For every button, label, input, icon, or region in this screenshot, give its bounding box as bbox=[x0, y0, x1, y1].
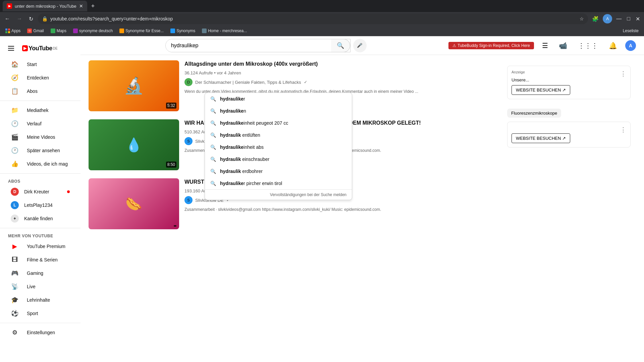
nav-back-btn[interactable]: ← bbox=[3, 14, 12, 23]
autocomplete-item-5[interactable]: 🔍 hydraulik einschrauber bbox=[205, 153, 352, 165]
autocomplete-item-1[interactable]: 🔍 hydrauliken bbox=[205, 105, 352, 117]
bookmark-synonyme[interactable]: synonyme deutsch bbox=[70, 27, 115, 35]
autocomplete-footer[interactable]: Vervollständigungen bei der Suche melden bbox=[205, 189, 352, 200]
ad-more-btn-1[interactable]: ⋮ bbox=[620, 70, 626, 77]
sidebar-nav-verlauf[interactable]: 🕐 Verlauf bbox=[3, 117, 78, 130]
website-visit-btn-2[interactable]: WEBSITE BESUCHEN ↗ bbox=[512, 133, 570, 143]
sport-icon: ⚽ bbox=[11, 309, 19, 317]
grid-apps-btn[interactable]: ⋮⋮⋮ bbox=[575, 39, 601, 52]
video-title-1[interactable]: Alltagsdinge unter dem Mikroskop (400x v… bbox=[184, 60, 494, 68]
sidebar-nav-mag[interactable]: 👍 Videos, die ich mag bbox=[3, 157, 78, 171]
close-window-btn[interactable]: ✕ bbox=[634, 14, 641, 23]
autocomplete-item-4[interactable]: 🔍 hydraulikeinheit abs bbox=[205, 141, 352, 153]
autocomplete-item-2[interactable]: 🔍 hydraulikeinheit peugeot 207 cc bbox=[205, 117, 352, 129]
bookmark-synonyme2[interactable]: Synonyme für Esse... bbox=[117, 27, 166, 35]
bookmark-icon[interactable]: ☆ bbox=[580, 16, 584, 21]
channel-avatar-2: S bbox=[184, 137, 193, 145]
active-tab[interactable]: ▶ unter dem mikroskop - YouTube ✕ bbox=[3, 1, 87, 11]
gmail-label: Gmail bbox=[33, 28, 44, 33]
extensions-btn[interactable]: 🧩 bbox=[591, 14, 600, 23]
bookmark-apps[interactable]: Apps bbox=[3, 27, 23, 35]
video-thumbnail-2[interactable]: 💧 8:50 bbox=[89, 119, 179, 170]
autocomplete-dropdown: 🔍 hydrauliker 🔍 hydrauliken 🔍 hydraulike… bbox=[205, 93, 352, 200]
sidebar-nav-mediathek[interactable]: 📁 Mediathek bbox=[3, 104, 78, 117]
channel-letsplay[interactable]: L LetsPlay1234 bbox=[3, 198, 78, 212]
sidebar-nav-lehrinhalte[interactable]: 🎓 Lehrinhalte bbox=[3, 293, 78, 307]
address-bar[interactable]: 🔒 youtube.com/results?search_query=unter… bbox=[38, 13, 588, 24]
yt-logo[interactable]: ▶ YouTube DE bbox=[22, 45, 58, 52]
sidebar-nav-start[interactable]: 🏠 Start bbox=[3, 58, 78, 71]
video-thumbnail-3[interactable]: 🌭 bbox=[89, 178, 179, 229]
verlauf-label: Verlauf bbox=[27, 121, 42, 126]
mehr-section-title: MEHR VON YOUTUBE bbox=[0, 231, 80, 240]
minimize-btn[interactable]: — bbox=[615, 14, 623, 23]
yt-logo-icon: ▶ bbox=[22, 45, 28, 51]
autocomplete-search-icon-1: 🔍 bbox=[210, 108, 216, 114]
sidebar-nav-filme[interactable]: 🎞 Filme & Serien bbox=[3, 253, 78, 266]
autocomplete-item-6[interactable]: 🔍 hydraulik erdbohrer bbox=[205, 165, 352, 177]
add-channel[interactable]: + Kanäle finden bbox=[3, 212, 78, 225]
mag-label: Videos, die ich mag bbox=[27, 161, 68, 167]
filter-chip-fluoreszenz[interactable]: Fluoreszenzmikroskope bbox=[507, 109, 561, 118]
sidebar-nav-spaeter[interactable]: 🕐 Später ansehen bbox=[3, 144, 78, 157]
maximize-btn[interactable]: □ bbox=[626, 14, 632, 23]
verified-badge-1: ✓ bbox=[304, 80, 307, 84]
website-visit-btn-1[interactable]: WEBSITE BESUCHEN ↗ bbox=[512, 85, 570, 95]
search-button[interactable]: 🔍 bbox=[331, 39, 350, 52]
user-profile-btn[interactable]: A bbox=[603, 14, 612, 23]
video-camera-btn[interactable]: 📹 bbox=[556, 39, 570, 52]
ad-card-header-1: Anzeige ⋮ bbox=[512, 70, 626, 77]
list-view-btn[interactable]: ☰ bbox=[539, 39, 551, 52]
sidebar-nav-live[interactable]: 📡 Live bbox=[3, 280, 78, 293]
entdecken-icon: 🧭 bbox=[11, 74, 19, 82]
autocomplete-text-5: hydraulik einschrauber bbox=[220, 157, 346, 162]
sidebar-nav-gaming[interactable]: 🎮 Gaming bbox=[3, 266, 78, 280]
sidebar-nav-meine-videos[interactable]: 🎬 Meine Videos bbox=[3, 130, 78, 144]
sidebar-divider-1 bbox=[0, 101, 80, 101]
filme-label: Filme & Serien bbox=[27, 257, 58, 262]
dirk-name: Dirk Kreuter bbox=[24, 189, 49, 194]
nav-forward-btn[interactable]: → bbox=[15, 14, 24, 23]
bookmark-synonyms-en[interactable]: Synonyms bbox=[168, 27, 198, 35]
channel-name-1[interactable]: Der Schlaumacher | Geniale Fakten, Tipps… bbox=[195, 80, 301, 85]
yt-locale: DE bbox=[53, 47, 58, 50]
search-input[interactable] bbox=[166, 39, 331, 52]
user-avatar[interactable]: A bbox=[625, 40, 636, 51]
sidebar-nav-abos[interactable]: 📋 Abos bbox=[3, 84, 78, 98]
autocomplete-item-3[interactable]: 🔍 hydraulik entlüften bbox=[205, 129, 352, 141]
tab-close-btn[interactable]: ✕ bbox=[79, 3, 83, 9]
synonyme-label: synonyme deutsch bbox=[79, 28, 113, 33]
notifications-btn[interactable]: 🔔 bbox=[606, 39, 620, 52]
bookmark-gmail[interactable]: G Gmail bbox=[24, 27, 46, 35]
entdecken-label: Entdecken bbox=[27, 75, 49, 80]
nav-reload-btn[interactable]: ↻ bbox=[27, 14, 35, 23]
bookmark-maps[interactable]: Maps bbox=[48, 27, 69, 35]
abos-icon: 📋 bbox=[11, 87, 19, 95]
video-thumbnail-1[interactable]: 🔬 5:32 bbox=[89, 60, 179, 111]
autocomplete-item-7[interactable]: 🔍 hydrauliker pircher erwin tirol bbox=[205, 177, 352, 189]
ad-more-btn-2[interactable]: ⋮ bbox=[620, 126, 626, 133]
new-tab-btn[interactable]: + bbox=[89, 3, 98, 10]
dirk-avatar: D bbox=[11, 188, 19, 196]
autocomplete-text-7: hydrauliker pircher erwin tirol bbox=[220, 181, 346, 186]
reading-list-label[interactable]: Leseliste bbox=[620, 27, 641, 35]
bookmark-home-merch[interactable]: Home - merchresea... bbox=[199, 27, 250, 35]
mediathek-icon: 📁 bbox=[11, 106, 19, 114]
mic-button[interactable]: 🎤 bbox=[353, 39, 367, 52]
ad-description-1: Unsere... bbox=[512, 77, 626, 82]
sidebar-nav-einstellungen[interactable]: ⚙ Einstellungen bbox=[3, 326, 78, 339]
home-merch-label: Home - merchresea... bbox=[208, 28, 247, 33]
autocomplete-item-0[interactable]: 🔍 hydrauliker bbox=[205, 93, 352, 105]
tubebuddy-bar[interactable]: ⚠ TubeBuddy Sign-in Required, Click Here bbox=[448, 42, 534, 49]
thumbnail-content-1: 🔬 bbox=[89, 60, 179, 111]
browser-controls: ← → ↻ 🔒 youtube.com/results?search_query… bbox=[0, 12, 644, 25]
tab-favicon: ▶ bbox=[7, 3, 12, 9]
apps-label: Apps bbox=[11, 28, 20, 33]
sidebar-nav-sport[interactable]: ⚽ Sport bbox=[3, 307, 78, 320]
channel-dirk[interactable]: D Dirk Kreuter bbox=[3, 185, 78, 198]
external-link-icon-2: ↗ bbox=[562, 136, 566, 141]
sidebar-nav-entdecken[interactable]: 🧭 Entdecken bbox=[3, 71, 78, 84]
sidebar-nav-premium[interactable]: ▶ YouTube Premium bbox=[3, 240, 78, 253]
spaeter-icon: 🕐 bbox=[11, 146, 19, 155]
hamburger-menu-btn[interactable] bbox=[5, 43, 17, 53]
